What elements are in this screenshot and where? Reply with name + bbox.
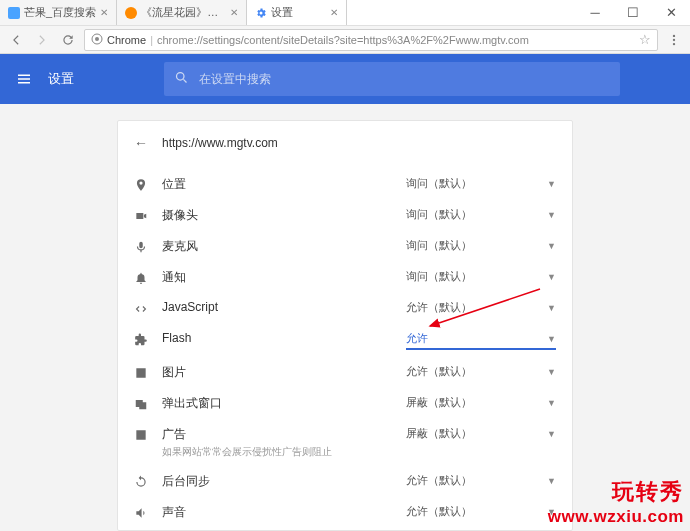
permission-row: 通知 询问（默认） ▼: [118, 262, 572, 293]
bell-icon: [134, 269, 162, 285]
permission-row: 位置 询问（默认） ▼: [118, 169, 572, 200]
browser-tab-active[interactable]: 设置 ✕: [247, 0, 347, 25]
camera-icon: [134, 207, 162, 223]
permission-select[interactable]: 允许（默认） ▼: [406, 473, 556, 490]
permission-label: JavaScript: [162, 300, 406, 314]
permission-select[interactable]: 询问（默认） ▼: [406, 176, 556, 193]
minimize-button[interactable]: ─: [576, 0, 614, 25]
puzzle-icon: [134, 331, 162, 347]
favicon: [125, 7, 137, 19]
permission-label: 弹出式窗口: [162, 395, 406, 412]
address-path: chrome://settings/content/siteDetails?si…: [157, 34, 635, 46]
page-title: 设置: [48, 70, 74, 88]
back-arrow-icon[interactable]: ←: [134, 135, 148, 151]
sync-icon: [134, 473, 162, 489]
permission-label: 位置: [162, 176, 406, 193]
close-icon[interactable]: ✕: [230, 8, 238, 18]
permission-row: 麦克风 询问（默认） ▼: [118, 231, 572, 262]
tab-title: 芒果_百度搜索: [24, 5, 96, 20]
bookmark-icon[interactable]: ☆: [639, 32, 651, 47]
menu-button[interactable]: [664, 30, 684, 50]
svg-point-5: [177, 73, 185, 81]
search-input[interactable]: [199, 72, 610, 86]
permission-row: 摄像头 询问（默认） ▼: [118, 200, 572, 231]
svg-point-3: [673, 38, 675, 40]
favicon: [8, 7, 20, 19]
chevron-down-icon: ▼: [547, 272, 556, 282]
settings-search[interactable]: [164, 62, 620, 96]
window-titlebar: 芒果_百度搜索 ✕ 《流星花园》苏甜合集三 ✕ 设置 ✕ ─ ☐ ✕: [0, 0, 690, 26]
maximize-button[interactable]: ☐: [614, 0, 652, 25]
permission-help: 如果网站常常会展示侵扰性广告则阻止: [162, 445, 406, 459]
permission-row: JavaScript 允许（默认） ▼: [118, 293, 572, 324]
permission-label: 图片: [162, 364, 406, 381]
address-scheme: Chrome: [107, 34, 146, 46]
hamburger-menu-button[interactable]: [0, 70, 48, 88]
permission-row: 广告 如果网站常常会展示侵扰性广告则阻止 屏蔽（默认） ▼: [118, 419, 572, 466]
permission-select[interactable]: 询问（默认） ▼: [406, 207, 556, 224]
chevron-down-icon: ▼: [547, 334, 556, 344]
permission-select[interactable]: 允许（默认） ▼: [406, 504, 556, 521]
chevron-down-icon: ▼: [547, 367, 556, 377]
permission-value: 允许（默认）: [406, 504, 472, 519]
settings-header: 设置: [0, 54, 690, 104]
image-icon: [134, 364, 162, 380]
permission-label: 通知: [162, 269, 406, 286]
chevron-down-icon: ▼: [547, 507, 556, 517]
permission-row: 图片 允许（默认） ▼: [118, 357, 572, 388]
chevron-down-icon: ▼: [547, 429, 556, 439]
sound-icon: [134, 504, 162, 520]
permission-value: 允许（默认）: [406, 300, 472, 315]
tab-title: 《流星花园》苏甜合集三: [141, 5, 226, 20]
permission-label: Flash: [162, 331, 406, 345]
close-icon[interactable]: ✕: [330, 8, 338, 18]
permission-label: 麦克风: [162, 238, 406, 255]
back-button[interactable]: [6, 30, 26, 50]
ads-icon: [134, 426, 162, 442]
close-icon[interactable]: ✕: [100, 8, 108, 18]
permission-row: 弹出式窗口 屏蔽（默认） ▼: [118, 388, 572, 419]
window-controls: ─ ☐ ✕: [576, 0, 690, 25]
permission-value: 允许（默认）: [406, 364, 472, 379]
permission-select[interactable]: 允许 ▼: [406, 331, 556, 350]
permission-value: 屏蔽（默认）: [406, 426, 472, 441]
permission-value: 询问（默认）: [406, 269, 472, 284]
permission-label: 广告: [162, 426, 406, 443]
permission-select[interactable]: 允许（默认） ▼: [406, 364, 556, 381]
location-icon: [134, 176, 162, 192]
browser-tab[interactable]: 芒果_百度搜索 ✕: [0, 0, 117, 25]
forward-button[interactable]: [32, 30, 52, 50]
permission-label: 声音: [162, 504, 406, 521]
popup-icon: [134, 395, 162, 411]
close-window-button[interactable]: ✕: [652, 0, 690, 25]
permission-value: 允许（默认）: [406, 473, 472, 488]
reload-button[interactable]: [58, 30, 78, 50]
permission-label: 后台同步: [162, 473, 406, 490]
permission-select[interactable]: 屏蔽（默认） ▼: [406, 395, 556, 412]
permission-value: 屏蔽（默认）: [406, 395, 472, 410]
permission-label: 摄像头: [162, 207, 406, 224]
permission-value: 询问（默认）: [406, 176, 472, 191]
address-bar: Chrome | chrome://settings/content/siteD…: [0, 26, 690, 54]
site-details-card: ← https://www.mgtv.com 位置 询问（默认） ▼ 摄像头 询…: [117, 120, 573, 531]
code-icon: [134, 300, 162, 316]
permission-value: 询问（默认）: [406, 207, 472, 222]
permission-select[interactable]: 询问（默认） ▼: [406, 238, 556, 255]
content-area: ← https://www.mgtv.com 位置 询问（默认） ▼ 摄像头 询…: [0, 104, 690, 531]
permission-select[interactable]: 询问（默认） ▼: [406, 269, 556, 286]
mic-icon: [134, 238, 162, 254]
permission-row: Flash 允许 ▼: [118, 324, 572, 357]
chevron-down-icon: ▼: [547, 210, 556, 220]
svg-point-2: [673, 34, 675, 36]
permission-row: 声音 允许（默认） ▼: [118, 497, 572, 528]
chevron-down-icon: ▼: [547, 179, 556, 189]
address-field[interactable]: Chrome | chrome://settings/content/siteD…: [84, 29, 658, 51]
permission-select[interactable]: 允许（默认） ▼: [406, 300, 556, 317]
svg-point-1: [95, 37, 99, 41]
chevron-down-icon: ▼: [547, 241, 556, 251]
chevron-down-icon: ▼: [547, 476, 556, 486]
permission-value: 询问（默认）: [406, 238, 472, 253]
browser-tab[interactable]: 《流星花园》苏甜合集三 ✕: [117, 0, 247, 25]
permission-select[interactable]: 屏蔽（默认） ▼: [406, 426, 556, 443]
chevron-down-icon: ▼: [547, 303, 556, 313]
